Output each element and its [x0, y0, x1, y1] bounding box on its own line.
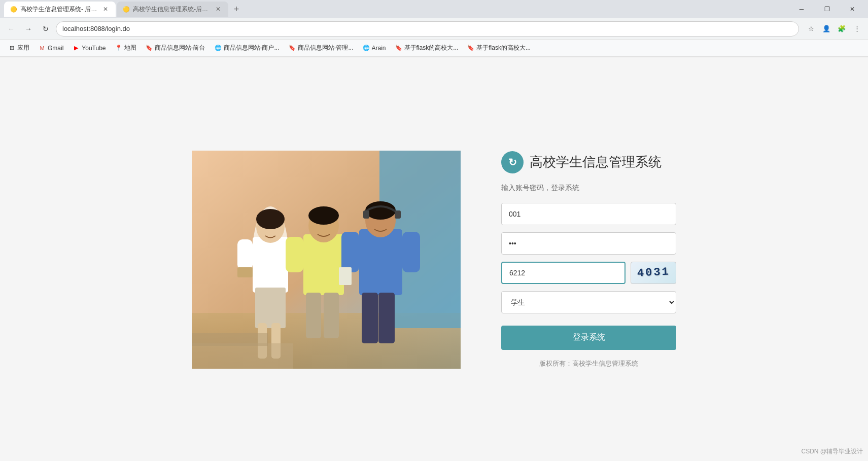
captcha-input[interactable] [501, 262, 626, 284]
maximize-button[interactable]: ❐ [815, 2, 839, 17]
captcha-group: 4031 [501, 262, 676, 284]
password-group [501, 232, 676, 255]
role-select[interactable]: 学生 教师 管理员 [501, 291, 676, 313]
svg-rect-24 [402, 232, 420, 272]
svg-point-22 [365, 201, 396, 220]
arain-icon: 🌐 [363, 45, 370, 52]
bookmark-maps[interactable]: 📍 地图 [111, 42, 141, 55]
tab-close-1[interactable]: ✕ [101, 5, 110, 13]
svg-rect-19 [324, 293, 339, 338]
bookmark-gmail[interactable]: M Gmail [34, 42, 67, 55]
svg-rect-27 [237, 267, 253, 277]
shop-admin-icon: 🔖 [289, 45, 296, 52]
hero-image [192, 151, 461, 369]
username-group [501, 203, 676, 225]
bookmark-gmail-label: Gmail [48, 45, 63, 52]
bookmark-youtube[interactable]: ▶ CSDN @辅导毕业设计 YouTube [68, 42, 110, 55]
svg-rect-6 [255, 288, 286, 328]
bookmark-flask1-label: 基于flask的高校大... [404, 44, 459, 52]
svg-rect-20 [359, 229, 402, 295]
bookmark-shop-admin[interactable]: 🔖 商品信息网站-管理... [285, 42, 358, 55]
form-logo: ↻ [501, 151, 524, 173]
svg-rect-23 [341, 232, 359, 272]
address-bar[interactable]: localhost:8088/login.do [56, 21, 799, 37]
bookmark-shop-merchant-label: 商品信息网站-商户... [224, 44, 280, 52]
profile-icon[interactable]: 👤 [819, 22, 834, 36]
password-input[interactable] [501, 232, 676, 255]
tab-title-2: 高校学生信息管理系统-后台登录 [133, 5, 211, 14]
title-bar: 🟡 高校学生信息管理系统- 后台登录 ✕ 🟡 高校学生信息管理系统-后台登录 ✕… [0, 0, 868, 18]
extensions-icon[interactable]: 🧩 [835, 22, 849, 36]
close-button[interactable]: ✕ [841, 2, 864, 17]
svg-rect-9 [237, 239, 253, 270]
bookmark-shop-front[interactable]: 🔖 商品信息网站-前台 [142, 42, 210, 55]
tab-active[interactable]: 🟡 高校学生信息管理系统- 后台登录 ✕ [4, 2, 116, 17]
apps-icon: ⊞ [8, 45, 15, 52]
svg-rect-5 [253, 237, 288, 293]
svg-rect-28 [339, 267, 352, 285]
forward-button[interactable]: → [21, 22, 36, 36]
bookmark-shop-admin-label: 商品信息网站-管理... [298, 44, 354, 52]
bookmark-flask-2[interactable]: 🔖 基于flask的高校大... [463, 42, 535, 55]
window-controls: ─ ❐ ✕ [790, 2, 864, 17]
tab-close-2[interactable]: ✕ [214, 5, 222, 13]
captcha-code: 4031 [637, 265, 670, 279]
svg-rect-31 [192, 343, 293, 369]
refresh-button[interactable]: ↻ [39, 22, 53, 36]
bookmark-shop-merchant[interactable]: 🌐 商品信息网站-商户... [211, 42, 284, 55]
minimize-button[interactable]: ─ [790, 2, 813, 17]
logo-icon: ↻ [508, 156, 517, 168]
shop-merchant-icon: 🌐 [215, 45, 222, 52]
bookmark-apps[interactable]: ⊞ 应用 [4, 42, 33, 55]
tab-title-1: 高校学生信息管理系统- 后台登录 [20, 5, 98, 14]
role-group: 学生 教师 管理员 [501, 291, 676, 313]
svg-rect-13 [303, 234, 344, 295]
flask1-icon: 🔖 [395, 45, 402, 52]
form-header: ↻ 高校学生信息管理系统 [501, 151, 676, 173]
address-text: localhost:8088/login.do [62, 25, 130, 32]
svg-rect-26 [378, 293, 395, 343]
username-input[interactable] [501, 203, 676, 225]
svg-rect-32 [192, 333, 268, 346]
form-subtitle: 输入账号密码，登录系统 [501, 184, 676, 193]
bookmark-star-icon[interactable]: ☆ [804, 22, 818, 36]
login-container: ↻ 高校学生信息管理系统 输入账号密码，登录系统 4031 学生 [192, 151, 676, 369]
svg-rect-16 [286, 237, 303, 272]
maps-icon: 📍 [115, 45, 122, 52]
tab-favicon-1: 🟡 [10, 6, 17, 13]
bookmark-flask-1[interactable]: 🔖 基于flask的高校大... [391, 42, 463, 55]
navigation-bar: ← → ↻ localhost:8088/login.do ☆ 👤 🧩 ⋮ [0, 18, 868, 40]
gmail-icon: M [39, 45, 46, 52]
svg-rect-30 [395, 210, 401, 219]
svg-point-15 [308, 206, 339, 225]
svg-rect-25 [362, 293, 378, 343]
shop-front-icon: 🔖 [146, 45, 153, 52]
page-content: ↻ 高校学生信息管理系统 输入账号密码，登录系统 4031 学生 [0, 57, 868, 461]
captcha-image[interactable]: 4031 [631, 262, 676, 284]
bookmarks-bar: ⊞ 应用 M Gmail ▶ CSDN @辅导毕业设计 YouTube 📍 地图… [0, 40, 868, 57]
bookmark-flask2-label: 基于flask的高校大... [476, 44, 531, 52]
bookmark-youtube-text: YouTube [82, 45, 106, 52]
tab-favicon-2: 🟡 [123, 6, 130, 13]
login-form-panel: ↻ 高校学生信息管理系统 输入账号密码，登录系统 4031 学生 [501, 151, 676, 368]
flask2-icon: 🔖 [467, 45, 474, 52]
back-button[interactable]: ← [4, 22, 18, 36]
bookmark-apps-label: 应用 [17, 44, 29, 52]
browser-action-icons: ☆ 👤 🧩 ⋮ [804, 22, 864, 36]
bookmark-maps-label: 地图 [124, 44, 136, 52]
svg-rect-18 [306, 293, 321, 338]
bookmark-shop-front-label: 商品信息网站-前台 [155, 44, 205, 52]
login-button[interactable]: 登录系统 [501, 326, 676, 350]
tab-inactive[interactable]: 🟡 高校学生信息管理系统-后台登录 ✕ [117, 2, 228, 17]
watermark: CSDN @辅导毕业设计 [801, 447, 863, 456]
youtube-icon: ▶ [73, 45, 80, 52]
bookmark-arain-label: Arain [372, 45, 386, 52]
hero-svg [192, 151, 461, 369]
svg-rect-29 [363, 210, 369, 219]
copyright-text: 版权所有：高校学生信息管理系统 [501, 359, 676, 368]
bookmark-arain[interactable]: 🌐 Arain [359, 42, 390, 55]
menu-icon[interactable]: ⋮ [850, 22, 864, 36]
svg-point-8 [256, 209, 285, 229]
new-tab-button[interactable]: + [229, 2, 244, 16]
form-title: 高校学生信息管理系统 [530, 153, 662, 171]
